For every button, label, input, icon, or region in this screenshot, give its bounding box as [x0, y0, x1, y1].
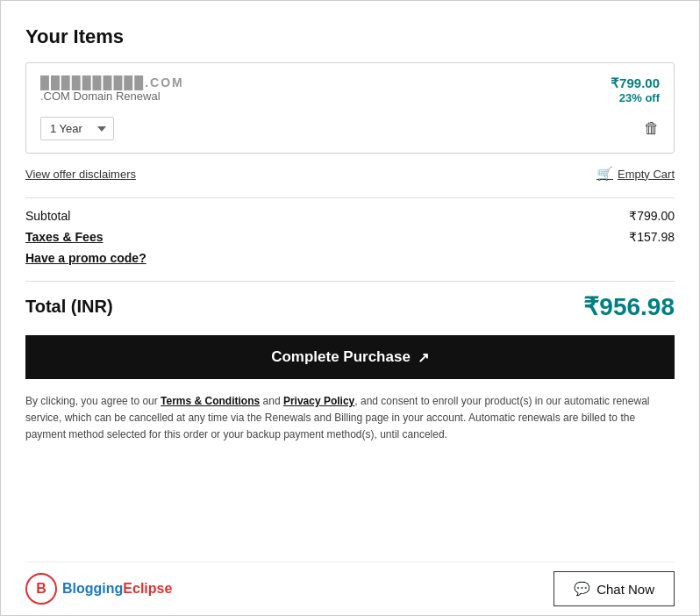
terms-text-before: By clicking, you agree to our	[25, 395, 161, 407]
cart-actions: View offer disclaimers 🛒 Empty Cart	[25, 166, 675, 182]
item-domain: ██████████.COM	[40, 75, 184, 90]
subtotal-label: Subtotal	[25, 209, 70, 223]
divider-top	[25, 197, 675, 198]
brand-name: BloggingEclipse	[62, 581, 172, 597]
brand-logo: B BloggingEclipse	[25, 573, 172, 605]
purchase-button-label: Complete Purchase	[271, 348, 411, 366]
brand-icon: B	[25, 573, 57, 605]
total-row: Total (INR) ₹956.98	[25, 292, 675, 321]
terms-text: By clicking, you agree to our Terms & Co…	[25, 393, 675, 444]
total-value: ₹956.98	[583, 292, 675, 321]
taxes-link[interactable]: Taxes & Fees	[25, 230, 103, 244]
cart-icon: 🛒	[596, 166, 613, 182]
brand-name-second: Eclipse	[123, 581, 172, 596]
promo-link[interactable]: Have a promo code?	[25, 251, 146, 265]
external-link-icon: ↗	[418, 349, 429, 366]
total-label: Total (INR)	[25, 297, 113, 317]
view-disclaimer-link[interactable]: View offer disclaimers	[25, 168, 136, 181]
complete-purchase-button[interactable]: Complete Purchase ↗	[25, 335, 675, 379]
item-card: ██████████.COM .COM Domain Renewal ₹799.…	[25, 62, 675, 154]
subtotal-row: Subtotal ₹799.00	[25, 209, 675, 223]
promo-row: Have a promo code?	[25, 251, 675, 265]
subtotal-value: ₹799.00	[629, 209, 675, 223]
terms-text-mid: and	[260, 395, 283, 407]
item-discount: 23% off	[611, 91, 660, 104]
duration-select[interactable]: 1 Year 2 Years 3 Years 5 Years	[40, 117, 114, 140]
taxes-row: Taxes & Fees ₹157.98	[25, 230, 675, 244]
chat-icon: 💬	[574, 581, 590, 597]
taxes-value: ₹157.98	[629, 230, 675, 244]
page-container: Your Items ██████████.COM .COM Domain Re…	[0, 0, 700, 616]
divider-total	[25, 281, 675, 282]
chat-now-button[interactable]: 💬 Chat Now	[554, 571, 675, 606]
footer: B BloggingEclipse 💬 Chat Now	[25, 562, 675, 615]
brand-name-first: Blogging	[62, 581, 123, 596]
privacy-policy-link[interactable]: Privacy Policy	[283, 395, 354, 407]
empty-cart-button[interactable]: 🛒 Empty Cart	[596, 166, 675, 182]
item-type: .COM Domain Renewal	[40, 90, 184, 103]
delete-icon[interactable]: 🗑	[644, 119, 660, 138]
empty-cart-label: Empty Cart	[618, 168, 675, 181]
chat-button-label: Chat Now	[596, 582, 654, 597]
item-price: ₹799.00	[611, 75, 660, 91]
page-title: Your Items	[25, 25, 675, 48]
terms-conditions-link[interactable]: Terms & Conditions	[161, 395, 260, 407]
